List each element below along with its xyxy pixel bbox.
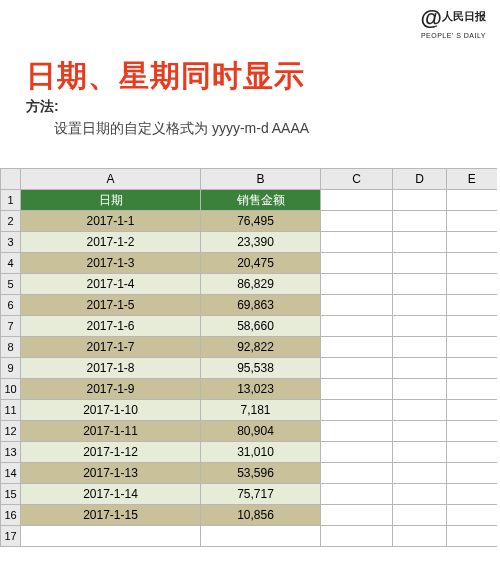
cell-amount[interactable]: 69,863: [201, 295, 321, 316]
cell[interactable]: [447, 421, 497, 442]
row-header[interactable]: 12: [1, 421, 21, 442]
cell[interactable]: [321, 442, 393, 463]
cell[interactable]: [393, 526, 447, 547]
cell-header-amount[interactable]: 销售金额: [201, 190, 321, 211]
cell[interactable]: [393, 211, 447, 232]
row-header[interactable]: 2: [1, 211, 21, 232]
cell[interactable]: [321, 316, 393, 337]
spreadsheet-grid[interactable]: A B C D E 1 日期 销售金额 2 2017-1-1 76,495 3 …: [0, 168, 497, 547]
cell[interactable]: [321, 526, 393, 547]
cell-amount[interactable]: 31,010: [201, 442, 321, 463]
cell[interactable]: [447, 379, 497, 400]
cell-date[interactable]: 2017-1-3: [21, 253, 201, 274]
row-header[interactable]: 10: [1, 379, 21, 400]
cell[interactable]: [321, 421, 393, 442]
cell[interactable]: [447, 400, 497, 421]
cell[interactable]: [447, 190, 497, 211]
cell[interactable]: [321, 358, 393, 379]
cell-date[interactable]: 2017-1-4: [21, 274, 201, 295]
cell[interactable]: [393, 421, 447, 442]
cell-date[interactable]: 2017-1-10: [21, 400, 201, 421]
cell-date[interactable]: 2017-1-14: [21, 484, 201, 505]
cell[interactable]: [393, 484, 447, 505]
row-header[interactable]: 8: [1, 337, 21, 358]
cell-amount[interactable]: 80,904: [201, 421, 321, 442]
cell-amount[interactable]: 86,829: [201, 274, 321, 295]
row-header[interactable]: 16: [1, 505, 21, 526]
cell[interactable]: [447, 295, 497, 316]
cell[interactable]: [447, 253, 497, 274]
cell[interactable]: [321, 253, 393, 274]
cell-amount[interactable]: 20,475: [201, 253, 321, 274]
row-header[interactable]: 1: [1, 190, 21, 211]
col-header-c[interactable]: C: [321, 169, 393, 190]
row-header[interactable]: 15: [1, 484, 21, 505]
cell[interactable]: [393, 295, 447, 316]
cell[interactable]: [447, 505, 497, 526]
cell-date[interactable]: 2017-1-6: [21, 316, 201, 337]
col-header-a[interactable]: A: [21, 169, 201, 190]
cell[interactable]: [21, 526, 201, 547]
cell[interactable]: [321, 379, 393, 400]
cell[interactable]: [447, 484, 497, 505]
cell[interactable]: [447, 463, 497, 484]
cell[interactable]: [393, 232, 447, 253]
cell[interactable]: [393, 442, 447, 463]
row-header[interactable]: 5: [1, 274, 21, 295]
cell[interactable]: [393, 274, 447, 295]
row-header[interactable]: 14: [1, 463, 21, 484]
cell[interactable]: [393, 358, 447, 379]
cell-date[interactable]: 2017-1-2: [21, 232, 201, 253]
cell[interactable]: [447, 274, 497, 295]
row-header[interactable]: 7: [1, 316, 21, 337]
cell[interactable]: [321, 463, 393, 484]
cell-date[interactable]: 2017-1-7: [21, 337, 201, 358]
cell-amount[interactable]: 53,596: [201, 463, 321, 484]
cell-amount[interactable]: 7,181: [201, 400, 321, 421]
cell-amount[interactable]: 10,856: [201, 505, 321, 526]
cell[interactable]: [393, 379, 447, 400]
cell-date[interactable]: 2017-1-11: [21, 421, 201, 442]
cell[interactable]: [321, 400, 393, 421]
cell[interactable]: [321, 484, 393, 505]
cell[interactable]: [321, 190, 393, 211]
cell[interactable]: [393, 463, 447, 484]
cell-date[interactable]: 2017-1-9: [21, 379, 201, 400]
cell-amount[interactable]: 92,822: [201, 337, 321, 358]
cell-date[interactable]: 2017-1-15: [21, 505, 201, 526]
row-header[interactable]: 4: [1, 253, 21, 274]
cell-date[interactable]: 2017-1-5: [21, 295, 201, 316]
cell[interactable]: [321, 505, 393, 526]
cell[interactable]: [321, 337, 393, 358]
cell[interactable]: [321, 211, 393, 232]
cell[interactable]: [393, 316, 447, 337]
row-header[interactable]: 11: [1, 400, 21, 421]
row-header[interactable]: 17: [1, 526, 21, 547]
row-header[interactable]: 6: [1, 295, 21, 316]
cell[interactable]: [321, 295, 393, 316]
cell-amount[interactable]: 23,390: [201, 232, 321, 253]
cell[interactable]: [447, 232, 497, 253]
cell-amount[interactable]: 76,495: [201, 211, 321, 232]
col-header-d[interactable]: D: [393, 169, 447, 190]
cell-date[interactable]: 2017-1-12: [21, 442, 201, 463]
cell[interactable]: [201, 526, 321, 547]
cell-amount[interactable]: 95,538: [201, 358, 321, 379]
cell[interactable]: [447, 316, 497, 337]
cell-amount[interactable]: 58,660: [201, 316, 321, 337]
cell[interactable]: [393, 400, 447, 421]
row-header[interactable]: 13: [1, 442, 21, 463]
cell[interactable]: [447, 526, 497, 547]
cell[interactable]: [321, 274, 393, 295]
cell[interactable]: [393, 190, 447, 211]
cell-date[interactable]: 2017-1-1: [21, 211, 201, 232]
cell[interactable]: [393, 253, 447, 274]
cell[interactable]: [447, 337, 497, 358]
cell-amount[interactable]: 75,717: [201, 484, 321, 505]
select-all-corner[interactable]: [1, 169, 21, 190]
cell[interactable]: [393, 505, 447, 526]
row-header[interactable]: 9: [1, 358, 21, 379]
cell[interactable]: [447, 442, 497, 463]
row-header[interactable]: 3: [1, 232, 21, 253]
col-header-b[interactable]: B: [201, 169, 321, 190]
